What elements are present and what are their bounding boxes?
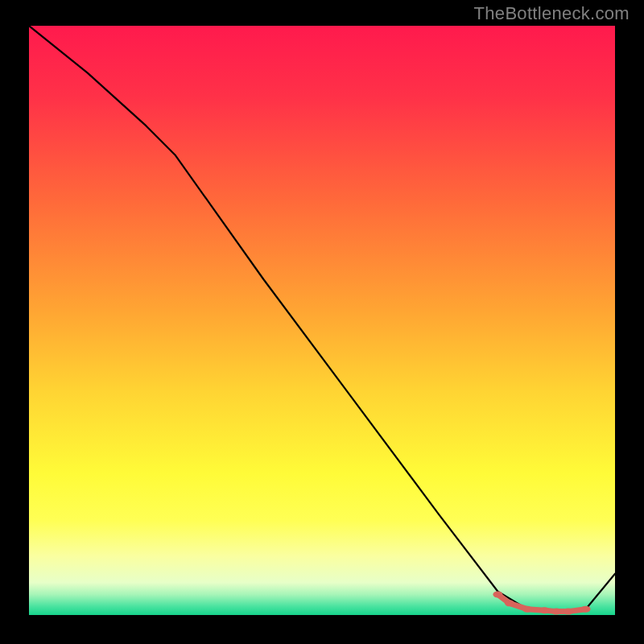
optimum-marker xyxy=(493,591,502,597)
optimum-marker xyxy=(505,600,514,606)
optimum-marker xyxy=(522,606,532,613)
optimum-marker xyxy=(540,607,550,613)
chart-lines xyxy=(29,26,615,615)
bottleneck-curve xyxy=(29,26,615,612)
plot-area xyxy=(29,26,615,615)
optimum-marker xyxy=(581,606,591,613)
optimum-marker xyxy=(551,609,561,615)
chart-frame: TheBottleneck.com xyxy=(0,0,644,644)
optimum-marker xyxy=(564,609,573,615)
watermark-text: TheBottleneck.com xyxy=(474,3,630,24)
optimum-marker-group xyxy=(493,591,590,614)
